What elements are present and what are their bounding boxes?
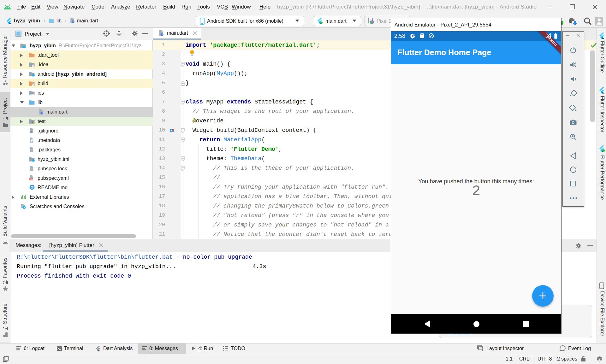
svg-text:YML: YML xyxy=(30,179,33,180)
